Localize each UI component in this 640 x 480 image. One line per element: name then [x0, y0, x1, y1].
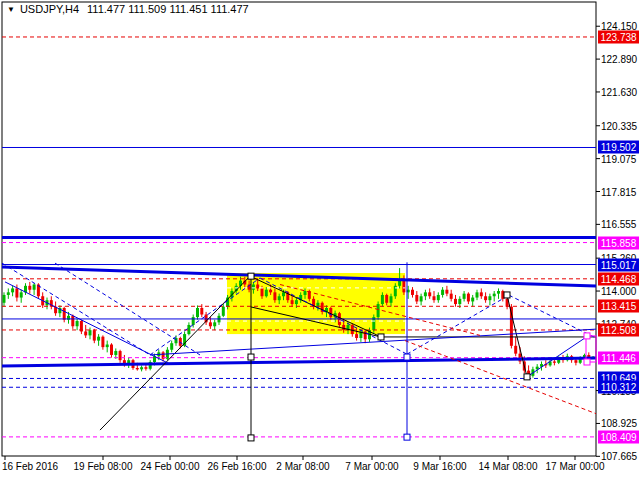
- x-axis-date-label: 2 Mar 08:00: [276, 461, 329, 472]
- x-axis-date-label: 24 Feb 00:00: [141, 461, 200, 472]
- price-badge: 115.017: [598, 258, 639, 271]
- y-axis-tick-label: 107.665: [601, 451, 637, 462]
- price-badge: 108.409: [598, 430, 639, 443]
- price-badge: 114.468: [598, 272, 639, 285]
- x-axis-date-label: 26 Feb 16:00: [208, 461, 267, 472]
- price-badge: 119.502: [598, 141, 639, 154]
- x-axis-date-label: 19 Feb 08:00: [74, 461, 133, 472]
- axis-labels-layer: 124.150122.890121.630120.335119.075117.8…: [0, 0, 640, 480]
- symbol-collapse-arrow-icon[interactable]: ▼: [7, 5, 15, 14]
- chart-title: ▼USDJPY,H4111.477 111.509 111.451 111.47…: [7, 3, 249, 15]
- price-badge: 112.508: [598, 323, 639, 336]
- price-badge: 110.312: [598, 381, 639, 394]
- y-axis-tick-label: 108.925: [601, 418, 637, 429]
- ohlc-quote-label: 111.477 111.509 111.451 111.477: [87, 3, 249, 15]
- y-axis-tick-label: 117.815: [601, 186, 636, 197]
- price-badge: 111.446: [598, 351, 639, 364]
- y-axis-tick-label: 114.000: [601, 286, 636, 297]
- price-badge: 115.858: [598, 236, 639, 249]
- symbol-period-label: USDJPY,H4: [20, 3, 79, 15]
- x-axis-date-label: 17 Mar 00:00: [546, 461, 605, 472]
- y-axis-tick-label: 120.335: [601, 120, 637, 131]
- y-axis-tick-label: 121.630: [601, 86, 637, 97]
- y-axis-tick-label: 119.075: [601, 153, 636, 164]
- x-axis-date-label: 7 Mar 00:00: [345, 461, 398, 472]
- chart-window: 124.150122.890121.630120.335119.075117.8…: [0, 0, 640, 480]
- x-axis-date-label: 9 Mar 16:00: [413, 461, 466, 472]
- price-badge: 113.415: [598, 300, 639, 313]
- price-badge: 123.738: [598, 30, 639, 43]
- y-axis-tick-label: 116.555: [601, 219, 636, 230]
- x-axis-date-label: 14 Mar 08:00: [479, 461, 538, 472]
- x-axis-date-label: 16 Feb 2016: [2, 461, 58, 472]
- y-axis-tick-label: 122.890: [601, 54, 637, 65]
